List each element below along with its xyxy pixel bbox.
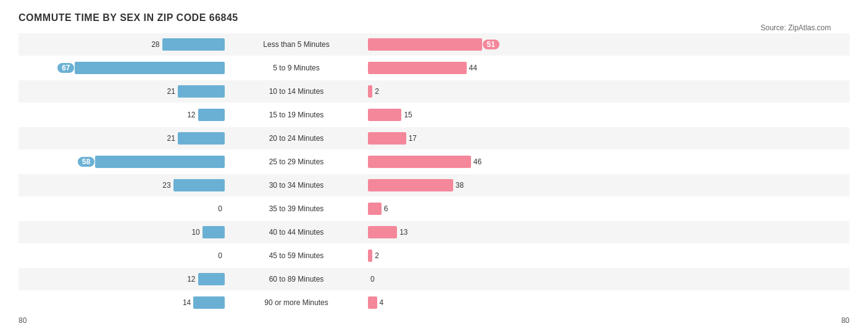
female-value: 17 — [409, 134, 424, 143]
right-section: 0 — [364, 273, 574, 285]
male-value: 0 — [207, 204, 222, 213]
right-section: 15 — [364, 109, 574, 121]
row-label: Less than 5 Minutes — [228, 40, 364, 49]
chart-row: 67 5 to 9 Minutes 44 — [19, 57, 849, 79]
row-label: 60 to 89 Minutes — [228, 275, 364, 283]
row-label: 5 to 9 Minutes — [228, 64, 364, 72]
left-section: 21 — [19, 132, 228, 145]
male-value: 12 — [181, 111, 196, 119]
right-section: 4 — [364, 296, 574, 309]
male-value: 21 — [161, 134, 175, 143]
axis-labels: 80 80 — [19, 316, 849, 323]
chart-row: 12 60 to 89 Minutes 0 — [19, 268, 849, 290]
row-label: 25 to 29 Minutes — [228, 157, 364, 166]
chart-row: 10 40 to 44 Minutes 13 — [19, 221, 849, 243]
left-section: 58 — [19, 156, 228, 168]
male-value: 67 — [57, 63, 74, 73]
male-value: 28 — [145, 40, 160, 49]
female-value: 4 — [380, 298, 394, 307]
male-value: 0 — [207, 251, 222, 260]
left-section: 12 — [19, 109, 228, 121]
row-label: 20 to 24 Minutes — [228, 134, 364, 143]
source-label: Source: ZipAtlas.com — [761, 23, 831, 32]
right-section: 2 — [364, 85, 574, 98]
row-label: 45 to 59 Minutes — [228, 251, 364, 260]
right-section: 17 — [364, 132, 574, 145]
chart-row: 12 15 to 19 Minutes 15 — [19, 104, 849, 126]
chart-row: 21 20 to 24 Minutes 17 — [19, 127, 849, 149]
row-label: 15 to 19 Minutes — [228, 111, 364, 119]
left-section: 0 — [19, 203, 228, 215]
left-section: 67 — [19, 62, 228, 74]
female-value: 46 — [474, 157, 488, 166]
left-section: 0 — [19, 250, 228, 262]
chart-row: 21 10 to 14 Minutes 2 — [19, 80, 849, 103]
female-value: 13 — [399, 228, 414, 237]
female-value: 38 — [456, 181, 470, 190]
left-section: 14 — [19, 296, 228, 309]
female-value: 44 — [469, 64, 484, 72]
chart-row: 58 25 to 29 Minutes 46 — [19, 151, 849, 173]
male-value: 21 — [161, 87, 175, 96]
chart-row: 0 45 to 59 Minutes 2 — [19, 245, 849, 267]
chart-row: 28 Less than 5 Minutes 51 — [19, 33, 849, 56]
row-label: 90 or more Minutes — [228, 298, 364, 307]
row-label: 10 to 14 Minutes — [228, 87, 364, 96]
axis-left: 80 — [19, 316, 27, 323]
left-section: 21 — [19, 85, 228, 98]
axis-right: 80 — [841, 316, 849, 323]
row-label: 40 to 44 Minutes — [228, 228, 364, 237]
female-value: 0 — [370, 275, 385, 283]
male-value: 10 — [185, 228, 200, 237]
male-value: 12 — [181, 275, 196, 283]
female-value: 2 — [375, 87, 390, 96]
right-section: 2 — [364, 250, 574, 262]
female-value: 15 — [404, 111, 419, 119]
left-section: 12 — [19, 273, 228, 285]
right-section: 13 — [364, 226, 574, 238]
row-label: 35 to 39 Minutes — [228, 204, 364, 213]
right-section: 46 — [364, 156, 574, 168]
left-section: 10 — [19, 226, 228, 238]
chart-title: COMMUTE TIME BY SEX IN ZIP CODE 66845 — [19, 12, 849, 23]
right-section: 44 — [364, 62, 574, 74]
right-section: 38 — [364, 179, 574, 191]
female-value: 2 — [375, 251, 390, 260]
right-section: 51 — [364, 38, 574, 51]
chart-row: 14 90 or more Minutes 4 — [19, 292, 849, 314]
chart-row: 23 30 to 34 Minutes 38 — [19, 174, 849, 196]
right-section: 6 — [364, 203, 574, 215]
male-value: 58 — [78, 157, 94, 167]
chart-row: 0 35 to 39 Minutes 6 — [19, 198, 849, 220]
row-label: 30 to 34 Minutes — [228, 181, 364, 190]
male-value: 23 — [156, 181, 171, 190]
left-section: 28 — [19, 38, 228, 51]
female-value: 51 — [483, 40, 499, 49]
left-section: 23 — [19, 179, 228, 191]
chart-area: 28 Less than 5 Minutes 51 67 — [19, 33, 849, 323]
male-value: 14 — [176, 298, 191, 307]
female-value: 6 — [384, 204, 399, 213]
